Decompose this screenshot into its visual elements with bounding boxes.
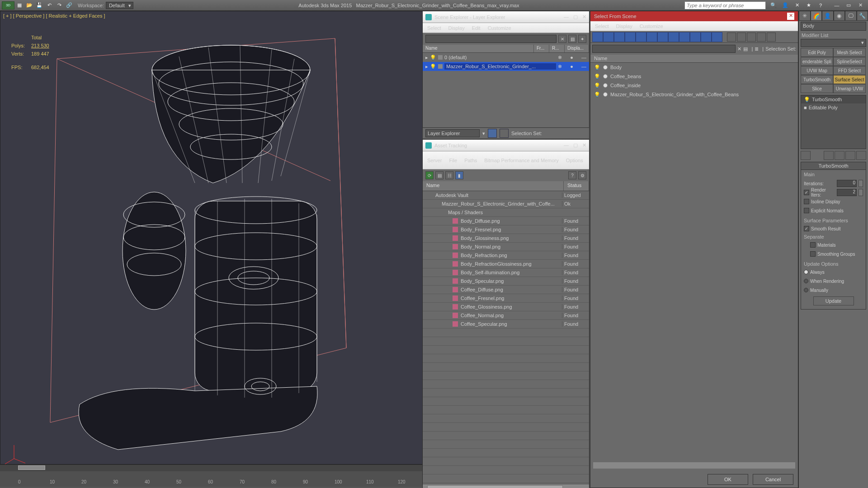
object-name-field[interactable]: Body [801,22,866,31]
modifier-shortcut-button[interactable]: Edit Poly [801,48,833,57]
render-iters-checkbox[interactable] [804,190,809,195]
menu-item[interactable]: Options [566,158,583,163]
display-option-icon[interactable] [757,33,766,42]
scene-explorer-row[interactable]: ▸💡0 (default)❄●— [423,53,589,62]
menu-item[interactable]: Edit [472,25,481,31]
spinner-buttons[interactable] [859,180,863,187]
tree-icon[interactable]: ☷ [445,171,453,179]
open-icon[interactable]: 📂 [25,1,33,9]
list-icon[interactable]: ▤ [435,171,443,179]
box-icon[interactable]: ■ [804,105,807,110]
horizontal-scrollbar[interactable] [423,484,589,488]
layer-tool-icon[interactable] [500,129,509,138]
filter-type-icon[interactable] [614,32,625,42]
filter-type-icon[interactable] [712,32,722,42]
display-option-icon[interactable] [767,33,776,42]
remove-modifier-icon[interactable] [845,151,855,160]
filter-type-icon[interactable] [690,32,701,42]
asset-row[interactable]: Coffee_Glossiness.pngFound [423,303,589,311]
modifier-shortcut-button[interactable]: Surface Select [833,75,866,84]
workspace-dropdown[interactable]: Default [106,2,133,9]
maximize-icon[interactable]: ▢ [573,142,578,148]
display-icon[interactable]: — [581,55,586,61]
menu-item[interactable]: Customize [640,23,663,29]
menu-item[interactable]: Customize [488,25,511,31]
asset-row[interactable]: Coffee_Specular.pngFound [423,320,589,328]
freeze-icon[interactable]: ❄ [558,64,562,70]
asset-row[interactable]: Maps / Shaders [423,208,589,217]
make-unique-icon[interactable] [835,151,844,160]
time-slider-handle[interactable] [18,465,45,470]
help-search-input[interactable] [684,1,766,9]
spinner-buttons[interactable] [859,189,863,196]
view-icon[interactable]: ▤ [743,46,748,52]
tab-create-icon[interactable]: ✳ [799,11,811,21]
asset-row[interactable]: Body_Normal.pngFound [423,243,589,251]
save-icon[interactable]: 💾 [35,1,43,9]
filter-type-icon[interactable] [657,32,668,42]
visibility-bulb-icon[interactable]: 💡 [594,65,600,70]
configure-sets-icon[interactable] [856,151,866,160]
asset-row[interactable]: Body_Fresnel.pngFound [423,225,589,234]
visibility-bulb-icon[interactable]: 💡 [594,92,600,98]
view-mode-icon[interactable]: ▤ [568,35,576,43]
tab-display-icon[interactable]: 🖵 [845,11,857,21]
filter-type-icon[interactable] [592,32,603,42]
tab-utilities-icon[interactable]: 🔧 [857,11,868,21]
asset-tracking-list[interactable]: Autodesk VaultLoggedMazzer_Robur_S_Elect… [423,191,589,484]
filter-type-icon[interactable] [701,32,712,42]
menu-item[interactable]: Bitmap Performance and Memory [484,158,558,163]
expand-icon[interactable]: ▸ [425,64,428,70]
modifier-shortcut-button[interactable]: Mesh Select [833,48,866,57]
display-option-icon[interactable] [737,33,746,42]
filter-type-icon[interactable] [625,32,636,42]
explicit-normals-checkbox[interactable] [804,208,809,213]
timeline[interactable]: 0 / 225 0102030405060708090100110120 [0,465,423,488]
minimize-icon[interactable]: — [564,142,569,148]
layers-icon[interactable] [488,129,497,138]
pin-stack-icon[interactable] [801,151,811,160]
chevron-down-icon[interactable]: ▾ [482,131,485,136]
tab-modify-icon[interactable]: 🌈 [811,11,822,21]
visibility-bulb-icon[interactable]: 💡 [594,83,600,89]
isoline-display-checkbox[interactable] [804,199,809,204]
update-button[interactable]: Update [813,296,854,305]
visibility-bulb-icon[interactable]: 💡 [430,55,436,61]
scene-explorer-filter-input[interactable] [425,35,557,43]
modifier-shortcut-button[interactable]: SplineSelect [833,57,866,66]
display-icon[interactable]: — [581,64,586,70]
iterations-spinner[interactable]: 0 [837,180,857,187]
scene-object-row[interactable]: 💡Mazzer_Robur_S_Electronic_Grinder_with_… [590,90,798,99]
asset-row[interactable]: Mazzer_Robur_S_Electronic_Grinder_with_C… [423,200,589,208]
undo-icon[interactable]: ↶ [45,1,53,9]
horizontal-scrollbar[interactable] [593,462,795,469]
window-minimize-icon[interactable]: — [831,1,843,9]
time-slider[interactable]: 0 / 225 [0,465,423,471]
display-option-icon[interactable] [727,33,736,42]
scene-explorer-titlebar[interactable]: Scene Explorer - Layer Explorer —▢✕ [423,11,589,23]
render-icon[interactable]: ● [570,64,573,70]
render-icon[interactable]: ● [570,55,573,61]
menu-item[interactable]: File [449,158,457,163]
rollup-turbosmooth-header[interactable]: TurboSmooth [801,162,866,170]
filter-type-icon[interactable] [668,32,679,42]
filter-type-icon[interactable] [646,32,657,42]
menu-item[interactable]: Display [448,25,465,31]
filter-type-icon[interactable] [679,32,690,42]
close-icon[interactable]: ✕ [787,13,794,20]
expand-icon[interactable]: ▸ [425,55,428,61]
refresh-icon[interactable]: ⟳ [425,171,434,179]
layers-icon[interactable]: ≣ [755,46,759,52]
minimize-icon[interactable]: — [564,14,569,20]
filter-type-icon[interactable] [636,32,646,42]
asset-row[interactable]: Body_Diffuse.pngFound [423,217,589,225]
maximize-icon[interactable]: ▢ [573,14,578,20]
modifier-shortcut-button[interactable]: TurboSmooth [801,75,833,84]
tab-motion-icon[interactable]: ◉ [834,11,845,21]
time-ruler[interactable]: 0102030405060708090100110120 [0,471,423,487]
asset-tracking-titlebar[interactable]: Asset Tracking —▢✕ [423,140,589,151]
highlight-icon[interactable]: ▮ [455,171,463,179]
asset-row[interactable]: Body_Refraction.pngFound [423,251,589,260]
asset-row[interactable]: Body_Glossiness.pngFound [423,234,589,243]
modifier-shortcut-button[interactable]: enderable Spli [801,57,833,66]
